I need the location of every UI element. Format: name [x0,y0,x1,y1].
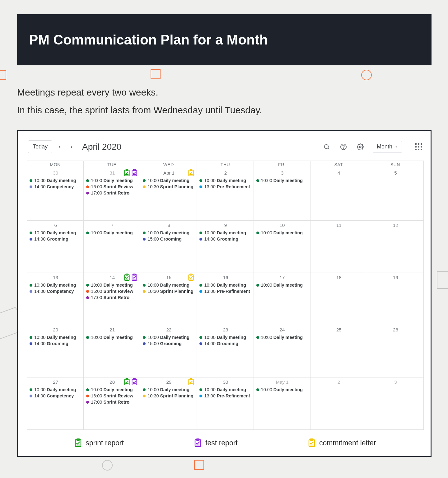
day-cell[interactable]: 2 [310,377,367,430]
calendar-event[interactable]: 10:00Daily meeting [30,177,82,184]
day-cell[interactable]: 12 [367,221,424,273]
help-button[interactable] [339,143,348,151]
calendar-event[interactable]: 10:00Daily meeting [256,177,308,184]
calendar-event[interactable]: 14:00Grooming [30,236,82,242]
day-cell[interactable]: 1510:00Daily meeting10:30Sprint Planning [140,273,197,325]
calendar-event[interactable]: 10:00Daily meeting [199,282,251,288]
apps-button[interactable] [415,143,422,151]
day-cell[interactable]: 2210:00Daily meeting15:00Grooming [140,325,197,377]
calendar-event[interactable]: 10:00Daily meeting [30,387,82,393]
day-cell[interactable]: 5 [367,168,424,221]
day-cell[interactable]: 810:00Daily meeting15:00Grooming [140,221,197,273]
calendar-event[interactable]: 17:00Sprint Retro [86,399,138,405]
calendar-event[interactable]: 10:00Daily meeting [256,387,308,393]
calendar-event[interactable]: 10:00Daily meeting [30,282,82,288]
day-cell[interactable]: 610:00Daily meeting14:00Grooming [27,221,84,273]
calendar-event[interactable]: 10:00Daily meeting [143,282,195,288]
calendar-event[interactable]: 14:00Competency [30,288,82,294]
settings-button[interactable] [356,143,365,151]
calendar-event[interactable]: 10:00Daily meeting [143,387,195,393]
event-dot [30,395,32,397]
calendar-event[interactable]: 10:00Daily meeting [199,387,251,393]
calendar-event[interactable]: 10:00Daily meeting [86,177,138,184]
event-title: Competency [47,184,74,189]
day-cell[interactable]: 1610:00Daily meeting13:00Pre-Refinement [197,273,254,325]
day-cell[interactable]: 1010:00Daily meeting [254,221,310,273]
calendar-event[interactable]: 10:00Daily meeting [86,230,138,236]
day-cell[interactable]: 3010:00Daily meeting13:00Pre-Refinement [197,377,254,430]
calendar-event[interactable]: 10:00Daily meeting [256,282,308,288]
calendar-event[interactable]: 13:00Pre-Refinement [199,288,251,294]
event-dot [86,290,89,293]
date-number: 19 [370,274,422,282]
calendar-event[interactable]: 10:00Daily meeting [86,387,138,393]
prev-month-button[interactable] [55,143,64,151]
svg-marker-5 [396,146,397,147]
day-cell[interactable]: 2710:00Daily meeting14:00Competency [27,377,84,430]
calendar-event[interactable]: 10:30Sprint Planning [143,184,195,190]
calendar-event[interactable]: 17:00Sprint Retro [86,190,138,196]
day-cell[interactable]: 26 [367,325,424,377]
calendar-event[interactable]: 16:00Sprint Review [86,393,138,399]
calendar-event[interactable]: 15:00Grooming [143,340,195,347]
calendar-event[interactable]: 13:00Pre-Refinement [199,393,251,399]
day-cell[interactable]: 25 [310,325,367,377]
calendar-event[interactable]: 13:00Pre-Refinement [199,184,251,190]
calendar-event[interactable]: 17:00Sprint Retro [86,294,138,301]
calendar-event[interactable]: 15:00Grooming [143,236,195,242]
calendar-event[interactable]: 10:30Sprint Planning [143,393,195,399]
day-cell[interactable]: 3 [367,377,424,430]
day-cell[interactable]: 3110:00Daily meeting16:00Sprint Review17… [84,168,140,221]
calendar-event[interactable]: 10:00Daily meeting [30,230,82,236]
day-cell[interactable]: 2410:00Daily meeting [254,325,310,377]
search-button[interactable] [322,143,331,151]
day-cell[interactable]: 1410:00Daily meeting16:00Sprint Review17… [84,273,140,325]
calendar-event[interactable]: 14:00Competency [30,393,82,399]
date-number: 10 [256,222,308,230]
next-month-button[interactable] [67,143,76,151]
day-cell[interactable]: 11 [310,221,367,273]
calendar-event[interactable]: 10:00Daily meeting [199,334,251,340]
day-cell[interactable]: 210:00Daily meeting13:00Pre-Refinement [197,168,254,221]
calendar-event[interactable]: 10:00Daily meeting [143,230,195,236]
day-cell[interactable]: 910:00Daily meeting14:00Grooming [197,221,254,273]
calendar-event[interactable]: 10:00Daily meeting [199,230,251,236]
day-cell[interactable]: 710:00Daily meeting [84,221,140,273]
calendar-event[interactable]: 10:00Daily meeting [143,334,195,340]
day-cell[interactable]: 18 [310,273,367,325]
calendar-event[interactable]: 10:00Daily meeting [86,334,138,340]
day-cell[interactable]: 1710:00Daily meeting [254,273,310,325]
calendar-event[interactable]: 16:00Sprint Review [86,288,138,294]
day-cell[interactable]: 1310:00Daily meeting14:00Competency [27,273,84,325]
day-cell[interactable]: 2110:00Daily meeting [84,325,140,377]
day-cell[interactable]: 19 [367,273,424,325]
view-select[interactable]: Month [373,141,402,153]
day-cell[interactable]: Apr 110:00Daily meeting10:30Sprint Plann… [140,168,197,221]
calendar-event[interactable]: 14:00Grooming [199,340,251,347]
page-header: PM Communication Plan for a Month [17,14,432,65]
day-cell[interactable]: 3010:00Daily meeting14:00Competency [27,168,84,221]
calendar-event[interactable]: 10:00Daily meeting [199,177,251,184]
calendar-event[interactable]: 10:00Daily meeting [256,230,308,236]
calendar-event[interactable]: 10:00Daily meeting [256,334,308,340]
day-cell[interactable]: May 110:00Daily meeting [254,377,310,430]
calendar-event[interactable]: 14:00Grooming [30,340,82,347]
today-button[interactable]: Today [28,140,52,153]
clipboard-check-icon [74,438,82,447]
calendar-event[interactable]: 14:00Competency [30,184,82,190]
day-cell[interactable]: 2910:00Daily meeting10:30Sprint Planning [140,377,197,430]
calendar-event[interactable]: 10:00Daily meeting [30,334,82,340]
calendar-event[interactable]: 10:00Daily meeting [143,177,195,184]
event-title: Daily meeting [160,387,189,392]
calendar-event[interactable]: 10:30Sprint Planning [143,288,195,294]
event-time: 16:00 [91,289,102,294]
calendar-event[interactable]: 10:00Daily meeting [86,282,138,288]
event-time: 10:00 [261,230,272,235]
day-cell[interactable]: 2310:00Daily meeting14:00Grooming [197,325,254,377]
day-cell[interactable]: 4 [310,168,367,221]
calendar-event[interactable]: 16:00Sprint Review [86,184,138,190]
day-cell[interactable]: 310:00Daily meeting [254,168,310,221]
day-cell[interactable]: 2810:00Daily meeting16:00Sprint Review17… [84,377,140,430]
day-cell[interactable]: 2010:00Daily meeting14:00Grooming [27,325,84,377]
calendar-event[interactable]: 14:00Grooming [199,236,251,242]
